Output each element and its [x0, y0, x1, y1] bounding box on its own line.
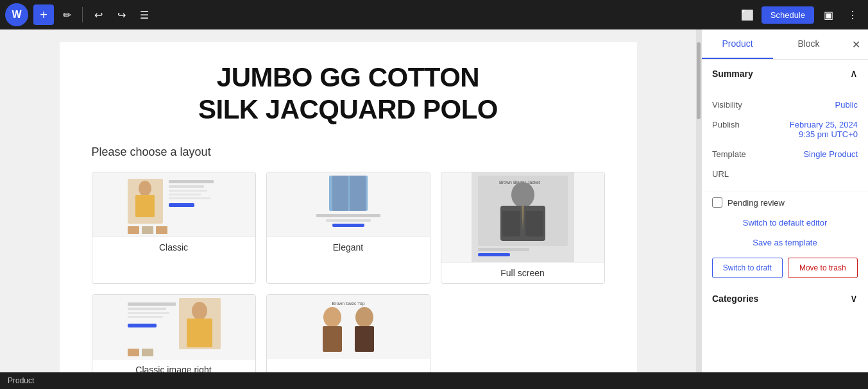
- summary-title: Summary: [712, 69, 753, 79]
- classic-thumbnail: [92, 172, 255, 236]
- svg-rect-16: [350, 176, 366, 211]
- sidebar-tabs: Product Block ✕: [702, 29, 868, 60]
- svg-rect-8: [169, 197, 210, 199]
- pending-review-label[interactable]: Pending review: [728, 198, 785, 208]
- list-view-button[interactable]: ☰: [134, 4, 155, 25]
- edit-tool-button[interactable]: ✏: [56, 4, 77, 25]
- publish-row: Publish February 25, 2024 9:35 pm UTC+0: [712, 115, 858, 144]
- svg-rect-29: [478, 253, 510, 256]
- classic-image-right-label: Classic image right: [92, 359, 255, 372]
- preview-button[interactable]: ⬜: [737, 4, 758, 25]
- svg-rect-37: [128, 324, 157, 327]
- layout-card-brown-basic[interactable]: Brown basic Top: [266, 294, 430, 372]
- wp-logo[interactable]: W: [5, 3, 28, 26]
- overflow-menu-button[interactable]: ⋮: [842, 4, 863, 25]
- summary-section-header[interactable]: Summary ∧: [702, 60, 868, 87]
- fullscreen-thumbnail: Brown Blazer Jacket: [441, 172, 604, 262]
- classic-label: Classic: [92, 236, 255, 258]
- categories-title: Categories: [712, 294, 758, 304]
- publish-label: Publish: [712, 120, 740, 129]
- status-text: Product: [8, 376, 34, 385]
- svg-rect-25: [502, 211, 520, 236]
- svg-rect-18: [326, 219, 371, 222]
- brown-basic-thumbnail: Brown basic Top: [267, 295, 430, 359]
- svg-rect-10: [128, 226, 139, 234]
- scrollbar-thumb[interactable]: [697, 42, 701, 119]
- svg-rect-33: [128, 302, 176, 306]
- schedule-button[interactable]: Schedule: [762, 6, 814, 24]
- svg-rect-11: [142, 226, 153, 234]
- svg-rect-15: [332, 176, 348, 211]
- tab-product[interactable]: Product: [702, 29, 773, 59]
- svg-rect-46: [323, 326, 342, 352]
- settings-button[interactable]: ▣: [818, 4, 838, 25]
- publish-value[interactable]: February 25, 2024 9:35 pm UTC+0: [790, 120, 858, 139]
- svg-rect-17: [316, 214, 380, 217]
- svg-point-45: [323, 307, 341, 327]
- summary-collapse-icon: ∧: [850, 67, 858, 79]
- undo-button[interactable]: ↩: [88, 4, 108, 25]
- toolbar-separator: [82, 7, 83, 22]
- categories-section-header[interactable]: Categories ∨: [702, 283, 868, 313]
- svg-rect-7: [169, 194, 201, 195]
- layout-card-fullscreen[interactable]: Brown Blazer Jacket: [441, 172, 605, 284]
- svg-rect-35: [128, 312, 169, 314]
- editor-content: JUMBO GG COTTON SILK JACQUARD POLO Pleas…: [60, 42, 637, 372]
- svg-rect-19: [332, 224, 364, 227]
- template-value[interactable]: Single Product: [803, 149, 858, 159]
- redo-button[interactable]: ↪: [111, 4, 132, 25]
- fullscreen-label: Full screen: [441, 262, 604, 283]
- pending-review-checkbox[interactable]: [712, 197, 722, 208]
- svg-rect-34: [128, 308, 166, 310]
- switch-default-editor-link[interactable]: Switch to default editor: [702, 213, 868, 233]
- sidebar: Product Block ✕ Summary ∧ Visibility Pub…: [701, 29, 868, 372]
- template-label: Template: [712, 149, 746, 159]
- svg-point-23: [511, 182, 534, 208]
- layout-card-classic-image-right[interactable]: Classic image right: [92, 294, 256, 372]
- elegant-label: Elegant: [267, 236, 430, 258]
- classic-image-right-thumbnail: [92, 295, 255, 359]
- summary-content: Visibility Public Publish February 25, 2…: [702, 87, 868, 192]
- add-block-button[interactable]: +: [33, 4, 54, 25]
- svg-point-2: [139, 181, 151, 196]
- main-layout: JUMBO GG COTTON SILK JACQUARD POLO Pleas…: [0, 29, 868, 372]
- layout-chooser-label: Please choose a layout: [92, 145, 605, 159]
- layout-grid: Classic: [92, 172, 605, 372]
- svg-point-47: [355, 307, 373, 327]
- tab-block[interactable]: Block: [773, 29, 844, 59]
- action-buttons-row: Switch to draft Move to trash: [702, 252, 868, 283]
- svg-rect-39: [142, 349, 153, 356]
- elegant-thumbnail: [267, 172, 430, 236]
- product-title: JUMBO GG COTTON SILK JACQUARD POLO: [92, 62, 605, 126]
- sidebar-close-button[interactable]: ✕: [844, 33, 868, 56]
- summary-section: Summary ∧ Visibility Public Publish Febr…: [702, 60, 868, 283]
- svg-rect-36: [128, 316, 163, 318]
- status-bar: Product: [0, 372, 868, 389]
- url-row: URL: [712, 164, 858, 184]
- visibility-label: Visibility: [712, 100, 742, 110]
- template-row: Template Single Product: [712, 144, 858, 164]
- svg-rect-42: [187, 319, 212, 347]
- svg-text:Brown basic Top: Brown basic Top: [332, 301, 364, 306]
- save-as-template-link[interactable]: Save as template: [702, 233, 868, 252]
- toolbar-right: ⬜ Schedule ▣ ⋮: [737, 4, 863, 25]
- visibility-value[interactable]: Public: [835, 100, 858, 110]
- svg-point-41: [192, 302, 207, 320]
- switch-to-draft-button[interactable]: Switch to draft: [712, 258, 783, 278]
- url-label: URL: [712, 169, 729, 179]
- layout-card-elegant[interactable]: Elegant: [266, 172, 430, 284]
- svg-rect-5: [169, 185, 204, 188]
- svg-rect-12: [156, 226, 167, 234]
- svg-rect-6: [169, 190, 207, 192]
- visibility-row: Visibility Public: [712, 95, 858, 115]
- svg-rect-26: [525, 211, 543, 236]
- svg-rect-9: [169, 203, 194, 207]
- svg-rect-28: [478, 248, 529, 251]
- move-to-trash-button[interactable]: Move to trash: [788, 258, 858, 278]
- toolbar: W + ✏ ↩ ↪ ☰ ⬜ Schedule ▣ ⋮: [0, 0, 868, 29]
- layout-card-classic[interactable]: Classic: [92, 172, 256, 284]
- editor-area: JUMBO GG COTTON SILK JACQUARD POLO Pleas…: [0, 29, 696, 372]
- svg-rect-48: [355, 326, 374, 352]
- scrollbar-track[interactable]: [696, 29, 701, 372]
- svg-rect-38: [128, 349, 139, 356]
